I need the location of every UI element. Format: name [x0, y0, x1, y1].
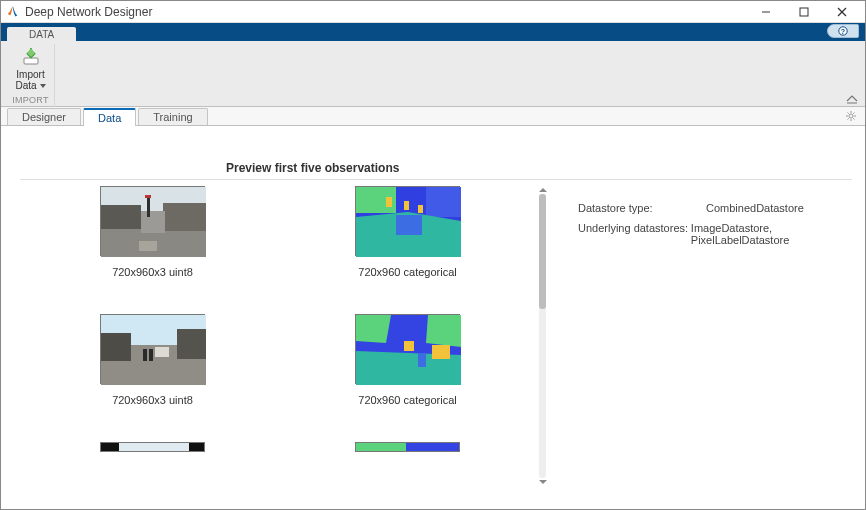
- svg-rect-44: [101, 443, 119, 452]
- svg-rect-23: [145, 195, 151, 198]
- svg-rect-21: [141, 211, 165, 233]
- import-data-button[interactable]: ImportData: [13, 44, 47, 93]
- image-caption: 720x960x3 uint8: [112, 266, 193, 278]
- svg-rect-36: [155, 347, 169, 357]
- observation-row: [20, 442, 540, 452]
- svg-rect-27: [426, 187, 461, 217]
- tab-designer[interactable]: Designer: [7, 108, 81, 125]
- image-thumbnail[interactable]: [100, 442, 205, 452]
- svg-rect-30: [404, 201, 409, 210]
- label-caption: 720x960 categorical: [358, 394, 456, 406]
- info-row-type: Datastore type: CombinedDatastore: [578, 202, 852, 214]
- svg-rect-35: [177, 329, 206, 359]
- scroll-thumb[interactable]: [539, 194, 546, 309]
- observation-row: 720x960x3 uint8 720: [20, 314, 540, 406]
- info-label: Datastore type:: [578, 202, 706, 214]
- preview-heading: Preview first five observations: [226, 161, 852, 175]
- scroll-down-icon[interactable]: [538, 478, 548, 486]
- scroll-up-icon[interactable]: [538, 186, 548, 194]
- data-panel: Preview first five observations: [2, 127, 864, 508]
- svg-text:?: ?: [841, 28, 845, 35]
- svg-rect-24: [139, 241, 157, 251]
- info-value: ImageDatastore, PixelLabelDatastore: [691, 222, 852, 246]
- image-cell: [100, 442, 205, 452]
- ribbon-tab-data[interactable]: DATA: [7, 27, 76, 41]
- preview-gallery: 720x960x3 uint8: [20, 186, 550, 486]
- svg-rect-19: [101, 205, 141, 229]
- maximize-button[interactable]: [785, 2, 823, 22]
- document-tabs: Designer Data Training: [1, 107, 865, 126]
- svg-point-8: [849, 114, 853, 118]
- title-bar: Deep Network Designer: [1, 1, 865, 23]
- svg-rect-28: [396, 215, 422, 235]
- gallery-scrollbar[interactable]: [535, 186, 550, 486]
- svg-rect-46: [356, 443, 406, 452]
- info-row-underlying: Underlying datastores: ImageDatastore, P…: [578, 222, 852, 246]
- tab-options-button[interactable]: [845, 110, 857, 124]
- divider: [20, 179, 852, 180]
- label-thumbnail[interactable]: [355, 314, 460, 384]
- svg-rect-1: [800, 8, 808, 16]
- svg-rect-38: [149, 349, 153, 361]
- minimize-button[interactable]: [747, 2, 785, 22]
- svg-rect-40: [404, 341, 414, 351]
- info-label: Underlying datastores:: [578, 222, 691, 246]
- close-button[interactable]: [823, 2, 861, 22]
- image-caption: 720x960x3 uint8: [112, 394, 193, 406]
- svg-rect-31: [418, 205, 423, 213]
- tab-data[interactable]: Data: [83, 108, 136, 126]
- image-cell: 720x960x3 uint8: [100, 314, 205, 406]
- svg-rect-47: [406, 443, 460, 452]
- svg-rect-29: [386, 197, 392, 207]
- datastore-info: Datastore type: CombinedDatastore Underl…: [550, 186, 852, 486]
- svg-line-13: [848, 113, 849, 114]
- svg-rect-20: [163, 203, 206, 231]
- tab-training[interactable]: Training: [138, 108, 207, 125]
- label-thumbnail[interactable]: [355, 186, 460, 256]
- svg-rect-41: [432, 345, 450, 359]
- svg-line-15: [853, 113, 854, 114]
- svg-line-14: [853, 118, 854, 119]
- label-caption: 720x960 categorical: [358, 266, 456, 278]
- toolstrip: ImportData IMPORT: [1, 41, 865, 107]
- svg-rect-22: [147, 195, 150, 217]
- label-thumbnail[interactable]: [355, 442, 460, 452]
- import-icon: [21, 46, 41, 68]
- group-label: IMPORT: [12, 95, 49, 105]
- info-value: CombinedDatastore: [706, 202, 804, 214]
- label-cell: 720x960 categorical: [355, 314, 460, 406]
- import-label: ImportData: [15, 69, 45, 91]
- matlab-icon: [5, 5, 19, 19]
- observation-row: 720x960x3 uint8: [20, 186, 540, 278]
- import-group: ImportData IMPORT: [7, 44, 55, 107]
- svg-rect-45: [189, 443, 205, 452]
- label-cell: [355, 442, 460, 452]
- image-cell: 720x960x3 uint8: [100, 186, 205, 278]
- label-cell: 720x960 categorical: [355, 186, 460, 278]
- help-button[interactable]: ?: [827, 24, 859, 38]
- chevron-down-icon: [40, 84, 46, 88]
- svg-rect-6: [24, 58, 38, 64]
- image-thumbnail[interactable]: [100, 314, 205, 384]
- scroll-track[interactable]: [539, 194, 546, 478]
- svg-line-16: [848, 118, 849, 119]
- svg-rect-34: [101, 333, 131, 361]
- svg-rect-37: [143, 349, 147, 361]
- svg-rect-42: [418, 353, 426, 367]
- ribbon-tab-strip: DATA ?: [1, 23, 865, 41]
- minimize-toolstrip-button[interactable]: [845, 94, 859, 104]
- window-title: Deep Network Designer: [25, 5, 747, 19]
- image-thumbnail[interactable]: [100, 186, 205, 256]
